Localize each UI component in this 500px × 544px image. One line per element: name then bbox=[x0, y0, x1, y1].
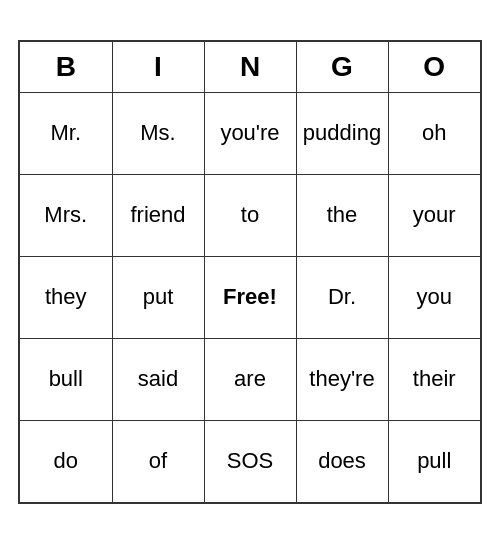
header-cell-o: O bbox=[388, 42, 480, 92]
cell-3-3: they're bbox=[296, 338, 388, 420]
cell-4-4: pull bbox=[388, 420, 480, 502]
header-cell-n: N bbox=[204, 42, 296, 92]
table-body: Mr.Ms.you'repuddingohMrs.friendtotheyour… bbox=[20, 92, 480, 502]
table-row: doofSOSdoespull bbox=[20, 420, 480, 502]
cell-4-0: do bbox=[20, 420, 112, 502]
cell-3-0: bull bbox=[20, 338, 112, 420]
header-cell-g: G bbox=[296, 42, 388, 92]
cell-3-4: their bbox=[388, 338, 480, 420]
cell-4-1: of bbox=[112, 420, 204, 502]
cell-1-0: Mrs. bbox=[20, 174, 112, 256]
bingo-card: BINGO Mr.Ms.you'repuddingohMrs.friendtot… bbox=[18, 40, 482, 504]
cell-1-3: the bbox=[296, 174, 388, 256]
cell-2-2: Free! bbox=[204, 256, 296, 338]
table-row: Mrs.friendtotheyour bbox=[20, 174, 480, 256]
cell-1-1: friend bbox=[112, 174, 204, 256]
cell-1-2: to bbox=[204, 174, 296, 256]
table-row: Mr.Ms.you'repuddingoh bbox=[20, 92, 480, 174]
cell-4-2: SOS bbox=[204, 420, 296, 502]
cell-2-3: Dr. bbox=[296, 256, 388, 338]
table-row: bullsaidarethey'retheir bbox=[20, 338, 480, 420]
cell-0-4: oh bbox=[388, 92, 480, 174]
table-row: theyputFree!Dr.you bbox=[20, 256, 480, 338]
cell-4-3: does bbox=[296, 420, 388, 502]
cell-0-2: you're bbox=[204, 92, 296, 174]
header-cell-i: I bbox=[112, 42, 204, 92]
cell-2-0: they bbox=[20, 256, 112, 338]
cell-1-4: your bbox=[388, 174, 480, 256]
header-row: BINGO bbox=[20, 42, 480, 92]
cell-0-3: pudding bbox=[296, 92, 388, 174]
cell-2-1: put bbox=[112, 256, 204, 338]
cell-0-0: Mr. bbox=[20, 92, 112, 174]
cell-3-2: are bbox=[204, 338, 296, 420]
header-cell-b: B bbox=[20, 42, 112, 92]
cell-3-1: said bbox=[112, 338, 204, 420]
bingo-table: BINGO Mr.Ms.you'repuddingohMrs.friendtot… bbox=[20, 42, 480, 502]
cell-2-4: you bbox=[388, 256, 480, 338]
cell-0-1: Ms. bbox=[112, 92, 204, 174]
